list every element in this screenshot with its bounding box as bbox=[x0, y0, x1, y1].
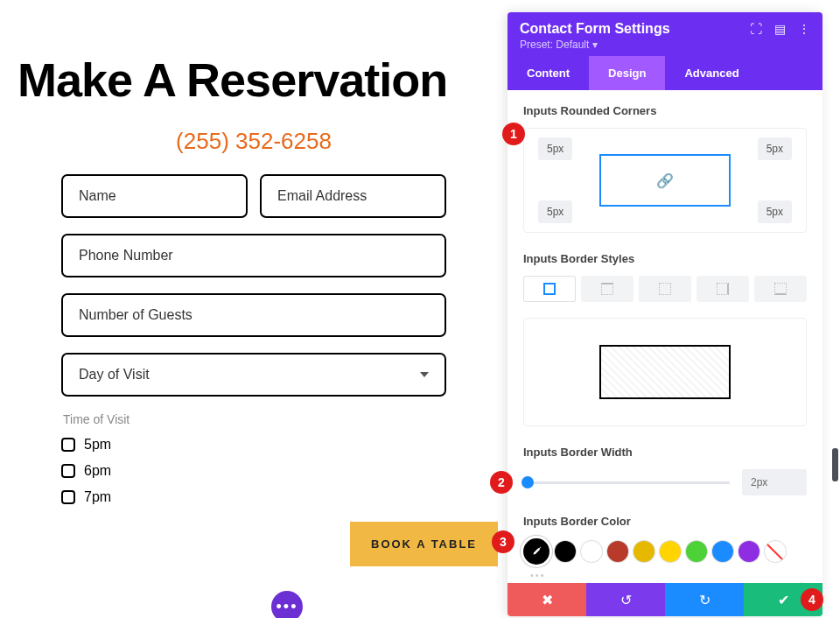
border-width-label: Inputs Border Width bbox=[523, 446, 807, 459]
annotation-step-4: 4 bbox=[801, 588, 823, 611]
time-option[interactable]: 5pm bbox=[61, 437, 446, 453]
square-solid-icon bbox=[543, 283, 556, 295]
panel-actionbar: ✖ ↺ ↻ ✔ bbox=[508, 583, 822, 616]
snap-icon[interactable]: ▤ bbox=[774, 22, 786, 36]
guests-input[interactable]: Number of Guests bbox=[61, 293, 446, 337]
discard-button[interactable]: ✖ bbox=[508, 583, 586, 616]
time-option-label: 5pm bbox=[84, 437, 111, 453]
slider-thumb-icon bbox=[522, 476, 534, 488]
phone-input[interactable]: Phone Number bbox=[61, 234, 446, 277]
border-width-slider[interactable] bbox=[523, 481, 730, 484]
color-swatch[interactable] bbox=[607, 541, 628, 562]
square-right-icon bbox=[717, 283, 729, 295]
rounded-corners-control: 5px 5px 5px 5px 🔗 bbox=[523, 128, 807, 233]
tab-content[interactable]: Content bbox=[508, 56, 589, 90]
reservation-form: Name Email Address Phone Number Number o… bbox=[61, 174, 446, 505]
undo-icon: ↺ bbox=[620, 592, 632, 608]
day-select[interactable]: Day of Visit bbox=[61, 353, 446, 397]
check-icon: ✔ bbox=[778, 592, 789, 608]
expand-icon[interactable]: ⛶ bbox=[750, 22, 762, 36]
border-style-all[interactable] bbox=[523, 276, 576, 302]
border-style-dotted[interactable] bbox=[639, 276, 691, 302]
square-top-icon bbox=[601, 283, 613, 295]
time-option[interactable]: 7pm bbox=[61, 489, 446, 505]
annotation-step-1: 1 bbox=[502, 123, 525, 145]
name-input[interactable]: Name bbox=[61, 174, 248, 218]
panel-body: Inputs Rounded Corners 5px 5px 5px 5px 🔗… bbox=[508, 90, 822, 601]
radio-icon bbox=[61, 490, 75, 504]
corner-top-right[interactable]: 5px bbox=[758, 137, 792, 160]
tab-design[interactable]: Design bbox=[589, 56, 665, 90]
page-preview: Make A Reservation (255) 352-6258 Name E… bbox=[0, 0, 508, 618]
border-width-value[interactable]: 2px bbox=[742, 469, 807, 495]
border-color-label: Inputs Border Color bbox=[523, 515, 807, 528]
border-style-top[interactable] bbox=[581, 276, 634, 302]
close-icon: ✖ bbox=[542, 592, 553, 608]
kebab-icon[interactable]: ⋮ bbox=[798, 22, 810, 36]
redo-icon: ↻ bbox=[699, 592, 710, 608]
contact-phone: (255) 352-6258 bbox=[0, 128, 508, 155]
panel-title: Contact Form Settings bbox=[520, 21, 670, 37]
tab-advanced[interactable]: Advanced bbox=[665, 56, 758, 90]
color-swatch[interactable] bbox=[634, 541, 654, 562]
border-style-bottom[interactable] bbox=[754, 276, 807, 302]
color-swatch-none[interactable] bbox=[765, 541, 786, 562]
border-style-right[interactable] bbox=[696, 276, 749, 302]
radio-icon bbox=[61, 464, 75, 478]
settings-panel: Contact Form Settings ⛶ ▤ ⋮ Preset: Defa… bbox=[508, 12, 822, 616]
border-preview bbox=[523, 318, 807, 426]
builder-fab[interactable]: ••• bbox=[271, 591, 303, 618]
time-option-label: 6pm bbox=[84, 463, 111, 479]
annotation-step-2: 2 bbox=[490, 471, 513, 494]
radio-icon bbox=[61, 438, 75, 452]
color-swatch[interactable] bbox=[738, 541, 760, 562]
undo-button[interactable]: ↺ bbox=[586, 583, 665, 616]
preview-rect bbox=[599, 345, 731, 399]
link-corners-toggle[interactable]: 🔗 bbox=[599, 154, 731, 207]
panel-tabs: Content Design Advanced bbox=[508, 56, 822, 90]
rounded-corners-label: Inputs Rounded Corners bbox=[523, 104, 807, 117]
corner-bottom-right[interactable]: 5px bbox=[758, 200, 792, 223]
border-styles-label: Inputs Border Styles bbox=[523, 252, 807, 265]
panel-header: Contact Form Settings ⛶ ▤ ⋮ Preset: Defa… bbox=[508, 12, 822, 56]
time-option[interactable]: 6pm bbox=[61, 463, 446, 479]
square-bottom-icon bbox=[774, 283, 787, 295]
square-dotted-icon bbox=[659, 283, 671, 295]
time-of-visit-label: Time of Visit bbox=[63, 412, 446, 426]
more-swatches-icon[interactable]: ••• bbox=[530, 570, 807, 580]
corner-bottom-left[interactable]: 5px bbox=[538, 200, 572, 223]
eyedropper-swatch[interactable] bbox=[523, 538, 550, 565]
annotation-step-3: 3 bbox=[492, 530, 514, 553]
color-swatch[interactable] bbox=[712, 541, 733, 562]
ellipsis-icon: ••• bbox=[276, 598, 298, 616]
page-heading: Make A Reservation bbox=[0, 0, 508, 114]
preset-dropdown[interactable]: Preset: Default ▾ bbox=[520, 39, 810, 51]
link-icon: 🔗 bbox=[656, 172, 674, 189]
color-swatch[interactable] bbox=[555, 541, 576, 562]
redo-button[interactable]: ↻ bbox=[665, 583, 744, 616]
eyedropper-icon bbox=[530, 545, 542, 558]
color-swatch[interactable] bbox=[660, 541, 681, 562]
color-swatch[interactable] bbox=[581, 541, 602, 562]
border-styles-row bbox=[523, 276, 807, 302]
color-swatch-row bbox=[523, 538, 807, 565]
scrollbar-thumb[interactable] bbox=[832, 448, 838, 481]
email-input[interactable]: Email Address bbox=[260, 174, 446, 218]
time-option-label: 7pm bbox=[84, 489, 111, 505]
color-swatch[interactable] bbox=[686, 541, 707, 562]
book-table-button[interactable]: BOOK A TABLE bbox=[350, 522, 498, 566]
corner-top-left[interactable]: 5px bbox=[538, 137, 572, 160]
